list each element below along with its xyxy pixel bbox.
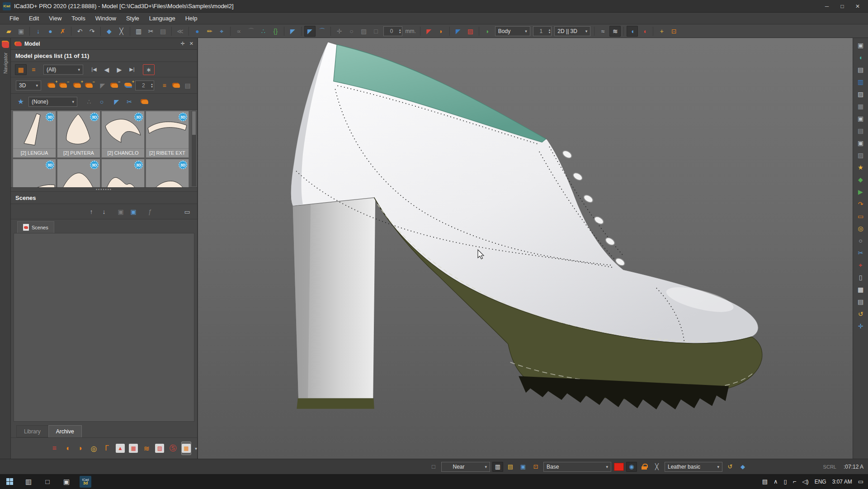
favorites-button[interactable]: ★ [15, 96, 27, 107]
select-pieces-button[interactable]: ◤ [287, 26, 298, 37]
tray-device-button[interactable]: ▯ [784, 478, 787, 485]
panel-splitter[interactable]: ••••••• [11, 188, 197, 192]
new-scene-button[interactable] [15, 206, 27, 217]
sole-tool-button[interactable] [138, 96, 150, 107]
grid-view-button[interactable]: ▦ [15, 64, 27, 75]
probe-tool-button[interactable]: ⌖ [216, 26, 227, 37]
lock-icon[interactable] [642, 464, 647, 470]
piece-thumbnail[interactable]: 3D [101, 159, 145, 188]
select-mark-button[interactable]: ◤ [453, 26, 464, 37]
close-button[interactable]: ✕ [850, 1, 865, 12]
medal-button[interactable]: ◎ [90, 442, 99, 455]
next-piece-button[interactable]: ▶ [113, 64, 125, 75]
navigator-icon[interactable] [2, 41, 9, 48]
export-view-button[interactable]: ↷ [855, 199, 867, 209]
cut-view-button[interactable]: ✂ [855, 247, 867, 258]
merge-pieces-button[interactable]: ▤ [182, 80, 193, 91]
pieces-report-button[interactable]: ≡ [50, 442, 59, 455]
copies-input[interactable] [136, 82, 151, 89]
undo-button[interactable]: ↶ [74, 26, 85, 37]
last-piece-button[interactable]: ▶| [126, 64, 138, 75]
pick-piece-button[interactable]: ◤ [111, 96, 123, 107]
export-box-button[interactable]: ▲ [116, 442, 125, 455]
move-scene-down-button[interactable]: ↓ [98, 206, 110, 217]
piece-thumbnail[interactable]: 3D [13, 159, 56, 188]
ring-tool-button[interactable]: ◎ [855, 223, 867, 234]
materials-button[interactable]: ≋ [142, 442, 151, 455]
flag-tool-button[interactable]: ▨ [465, 26, 476, 37]
piece-thumbnail[interactable]: 3D [146, 159, 189, 188]
last-red-button[interactable]: ◖ [639, 26, 650, 37]
copy-button[interactable]: ▥ [133, 26, 144, 37]
scene-panel-button[interactable]: ▭ [181, 206, 193, 217]
insole-button[interactable]: ≈ [597, 26, 609, 37]
remove-piece-3d-button[interactable]: − [58, 80, 69, 91]
group-tool-button[interactable]: {} [270, 26, 281, 37]
piece-thumbnail-puntera[interactable]: 3D [2] PUNTERA [57, 111, 100, 158]
import-scene-button[interactable] [56, 206, 68, 217]
shoe-direction-button[interactable]: ◗ [435, 26, 447, 37]
quality-dropdown[interactable]: Near ▾ [441, 462, 490, 472]
shading-button[interactable]: ▨ [855, 150, 867, 161]
scenes-tab[interactable]: Scenes [17, 221, 54, 233]
sphere-tool-button[interactable]: ● [192, 26, 203, 37]
lines-view-button[interactable]: ▥ [855, 76, 867, 87]
add-piece-button[interactable]: + [656, 26, 667, 37]
style-badge-button[interactable]: Ⓢ [169, 442, 178, 455]
seams-view-button[interactable]: ▦ [855, 101, 867, 112]
piece-thumbnail-chanclo[interactable]: 3D [2] CHANCLO [101, 111, 145, 158]
stitch-view-button[interactable]: ▣ [855, 113, 867, 124]
shoe-outline-button[interactable]: ◖ [63, 442, 72, 455]
thumbnails-scrollbar[interactable] [192, 111, 196, 186]
arc-select-button[interactable]: ⌒ [316, 26, 328, 37]
move-tool-button[interactable]: ✛ [334, 26, 345, 37]
task-view-button[interactable]: ▥ [19, 474, 38, 489]
frame-select-button[interactable]: ∗ [143, 64, 155, 75]
offset-stepper[interactable]: ▴▾ [383, 26, 402, 36]
hatch-tool-button[interactable]: ▨ [358, 26, 369, 37]
status-panel-button[interactable]: □ [428, 462, 439, 472]
spin-down-icon[interactable]: ▾ [399, 31, 401, 34]
layout-window-blue-button[interactable]: ▣ [127, 206, 139, 217]
offset-input[interactable] [384, 28, 399, 34]
import-model-button[interactable]: ↓ [33, 26, 44, 37]
add-copy-button[interactable]: + [72, 80, 83, 91]
first-piece-button[interactable]: |◀ [88, 64, 100, 75]
thickness-stepper[interactable]: ▴▾ [533, 26, 552, 36]
menu-view[interactable]: View [44, 13, 66, 24]
favorites-dropdown[interactable]: (None) ▾ [28, 97, 77, 107]
lamp-button[interactable]: ◆ [737, 462, 748, 472]
publish-web-button[interactable]: ● [45, 26, 56, 37]
unlink-piece-button[interactable]: ✂ [123, 96, 135, 107]
tray-volume-button[interactable]: ◁) [802, 478, 808, 485]
stack-pieces-button[interactable]: ≡ [159, 80, 170, 91]
layer-dropdown[interactable]: Base ▾ [543, 462, 611, 472]
recorder-app-button[interactable]: ▣ [57, 474, 76, 489]
gallery-button[interactable]: ▦ [129, 442, 138, 455]
delete-scene-button[interactable] [40, 206, 52, 217]
node-add-button[interactable]: ∴ [83, 96, 95, 107]
select-tool-button[interactable]: ◤ [304, 26, 316, 37]
picture-button[interactable]: ▨ [155, 442, 164, 455]
thickness-input[interactable] [533, 28, 549, 34]
punch-view-button[interactable]: ▤ [855, 125, 867, 136]
insole-lines-button[interactable]: ≋ [609, 26, 621, 37]
accessories-button[interactable]: ▣ [855, 138, 867, 148]
more-archive-button[interactable]: ▾ [195, 445, 197, 451]
3d-viewport[interactable] [198, 38, 853, 459]
duplicate-piece-button[interactable]: + [123, 80, 134, 91]
list-view-button[interactable]: ≡ [28, 64, 39, 75]
refresh-view-button[interactable]: ↺ [855, 309, 867, 319]
bundle-pieces-button[interactable] [171, 80, 182, 91]
export-scene-button[interactable] [69, 206, 80, 217]
icad-app-button[interactable]: ICad3d [76, 474, 95, 489]
remove-copy-button[interactable]: − [83, 80, 94, 91]
refresh-material-button[interactable]: ↺ [725, 462, 736, 472]
cut-button[interactable]: ✂ [145, 26, 156, 37]
spin-down-icon[interactable]: ▾ [549, 31, 551, 34]
snap-toggle-button[interactable]: □ [370, 26, 382, 37]
spin-down-icon[interactable]: ▾ [151, 85, 153, 88]
transform-piece-button[interactable]: ◤ [97, 80, 108, 91]
save-button[interactable]: ▣ [15, 26, 27, 37]
render-scene-button[interactable]: ƒ [144, 206, 156, 217]
